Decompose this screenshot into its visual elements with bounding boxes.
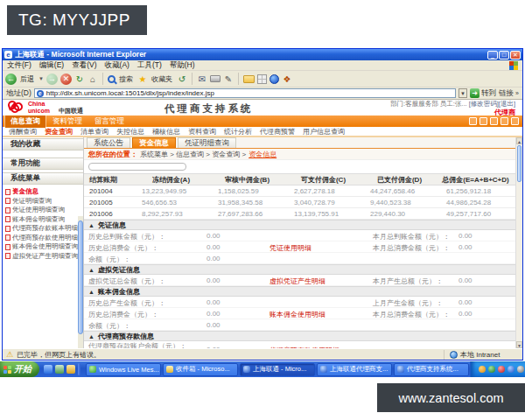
- minimize-button[interactable]: _: [487, 51, 498, 60]
- taskbar-button-live-messenger[interactable]: Windows Live Mes...: [86, 363, 161, 376]
- logout-link[interactable]: [退出]: [499, 100, 515, 108]
- tray-shield-icon[interactable]: [488, 366, 495, 373]
- print-icon[interactable]: [210, 75, 220, 82]
- tab-system-notice[interactable]: 系统公告: [87, 137, 130, 148]
- taskbar-button-shanghai-unicom[interactable]: 上海联通 - Micro...: [240, 363, 315, 376]
- messenger-icon[interactable]: [270, 74, 279, 84]
- tab-voucher-detail[interactable]: 凭证明细查询: [178, 137, 236, 148]
- nav-mini-icon[interactable]: [500, 117, 508, 125]
- sidebar-scrollbar-thumb[interactable]: [78, 220, 83, 334]
- tray-antivirus-icon[interactable]: [498, 366, 505, 373]
- forward-button-icon[interactable]: →: [46, 74, 58, 85]
- start-button[interactable]: 开始: [0, 361, 39, 377]
- quick-launch-desktop-icon[interactable]: [55, 365, 64, 374]
- col-header-period: 结算账期: [84, 175, 133, 185]
- taskbar-button-agent-support[interactable]: 上海联通代理商支...: [317, 363, 392, 376]
- address-input[interactable]: e http://dlx.sh.unicom.local:15015/dlx/j…: [34, 88, 456, 98]
- tray-update-icon[interactable]: [479, 366, 486, 373]
- nav-mini-icon[interactable]: [480, 117, 487, 125]
- nav-mini-icon[interactable]: [469, 117, 477, 125]
- favorites-star-icon[interactable]: ★: [137, 74, 148, 84]
- menu-favorites[interactable]: 收藏(A): [105, 60, 130, 71]
- sidebar-header-common[interactable]: 常用功能: [3, 158, 83, 170]
- voucher-usage-detail-link[interactable]: 凭证使用明细: [270, 243, 312, 253]
- close-button[interactable]: ✕: [510, 51, 521, 60]
- main-scrollbar-thumb[interactable]: [517, 145, 522, 182]
- sidebar-header-favorites[interactable]: 我的收藏: [3, 138, 83, 150]
- subnav-stats[interactable]: 统计分析: [224, 127, 252, 136]
- tab-funds-info[interactable]: 资金信息: [132, 137, 176, 148]
- subnav-item-4[interactable]: 失控信息: [116, 127, 144, 136]
- tray-volume-icon[interactable]: [517, 366, 524, 373]
- taskbar-button-inbox[interactable]: 收件箱 - Microso...: [163, 363, 238, 376]
- scroll-up-arrow-icon[interactable]: ▲: [516, 137, 522, 144]
- sidebar-item-prepay-ledger[interactable]: 代理商预存款账本明细查询: [5, 224, 83, 234]
- quick-launch-media-icon[interactable]: [66, 365, 75, 374]
- nav-tab-message-mgmt[interactable]: 留言管理: [89, 116, 130, 128]
- quick-launch-ie-icon[interactable]: [44, 365, 52, 374]
- sidebar-item-prepay-usage[interactable]: 代理商预存款使用明细查询: [5, 234, 83, 243]
- subnav-item-5[interactable]: 稽核信息: [152, 127, 180, 136]
- section-header-voucher[interactable]: ▲ 凭证信息: [84, 220, 515, 230]
- field-label: 虚拟凭证总金额（元）：: [88, 276, 165, 286]
- folder-icon[interactable]: [243, 75, 255, 83]
- section-header-prepay[interactable]: ▲ 代理商预存款信息: [84, 331, 515, 341]
- grid-view-icon[interactable]: [257, 74, 267, 84]
- mail-icon[interactable]: ✉: [197, 74, 207, 84]
- subnav-agent-alert[interactable]: 代理商预警: [260, 127, 295, 136]
- sidebar-item-ledger-usage[interactable]: 账本佣金使用明细查询: [5, 242, 83, 252]
- field-label: 代理商预存款账户余额（元）：: [88, 342, 192, 348]
- subnav-funds-query[interactable]: 资金查询: [45, 127, 73, 136]
- scroll-down-arrow-icon[interactable]: ▼: [516, 341, 522, 348]
- cell-total: 61,256,912.18: [438, 187, 514, 195]
- refresh-button-icon[interactable]: ↻: [74, 74, 85, 84]
- menu-view[interactable]: 查看(V): [72, 60, 96, 71]
- subnav-user-info-query[interactable]: 用户信息查询: [303, 127, 345, 136]
- home-button-icon[interactable]: ⌂: [88, 74, 98, 84]
- sidebar-header-system-menu[interactable]: 系统菜单: [3, 172, 83, 185]
- sidebar-item-funds-info[interactable]: 资金信息: [5, 187, 83, 197]
- back-button-label[interactable]: 后退: [20, 74, 34, 84]
- go-button[interactable]: ➜ 转到: [470, 88, 496, 99]
- subnav-list-query[interactable]: 清单查询: [80, 127, 108, 136]
- section-header-ledger[interactable]: ▲ 账本佣金信息: [84, 286, 515, 297]
- back-button-icon[interactable]: ←: [5, 74, 17, 85]
- sidebar-item-virtual-voucher[interactable]: 虚拟凭证产生明细查询: [5, 252, 83, 262]
- sidebar-item-voucher-usage[interactable]: 凭证使用明细查询: [5, 206, 83, 215]
- ledger-usage-detail-link[interactable]: 账本佣金使用明细: [270, 310, 326, 319]
- menu-edit[interactable]: 编辑(E): [39, 60, 64, 71]
- change-password-link[interactable]: [修改密码]: [469, 100, 499, 108]
- search-button-label[interactable]: 搜索: [119, 74, 133, 84]
- cell-payable: 2,627,278.18: [285, 187, 361, 195]
- sidebar-item-label: 凭证使用明细查询: [12, 206, 65, 214]
- subnav-data-query[interactable]: 资料查询: [188, 127, 216, 136]
- main-scrollbar[interactable]: ▲ ▼: [515, 137, 522, 348]
- search-icon[interactable]: [108, 75, 116, 83]
- nav-tab-info-query[interactable]: 信息查询: [5, 116, 46, 128]
- title-bar[interactable]: e 上海联通 - Microsoft Internet Explorer _ □…: [3, 49, 522, 60]
- section-header-virtual-voucher[interactable]: ▲ 虚拟凭证信息: [84, 264, 515, 275]
- tray-network-icon[interactable]: [508, 366, 514, 373]
- links-label[interactable]: 链接 »: [499, 88, 519, 99]
- history-icon[interactable]: ↺: [177, 74, 187, 84]
- favorites-button-label[interactable]: 收藏夹: [151, 74, 172, 84]
- virtual-voucher-detail-link[interactable]: 虚拟凭证产生明细: [270, 276, 326, 286]
- menu-tools[interactable]: 工具(T): [137, 60, 162, 71]
- nav-mini-icon[interactable]: [511, 117, 519, 125]
- menu-help[interactable]: 帮助(H): [170, 60, 195, 71]
- address-dropdown-icon[interactable]: ▼: [458, 88, 467, 98]
- maximize-button[interactable]: □: [499, 51, 509, 60]
- col-header-total: 总佣金(E=A+B+C+D): [438, 175, 514, 185]
- sidebar-scrollbar[interactable]: [78, 216, 83, 348]
- discuss-icon[interactable]: ❖: [282, 74, 292, 84]
- taskbar-button-agent-system[interactable]: 代理商支持系统...: [394, 363, 469, 376]
- subnav-commission-query[interactable]: 佣酬查询: [9, 127, 37, 136]
- menu-file[interactable]: 文件(F): [7, 60, 32, 71]
- sidebar-item-voucher-detail[interactable]: 凭证明细查询: [5, 197, 83, 206]
- edit-icon[interactable]: ✎: [223, 74, 234, 84]
- back-dropdown-icon[interactable]: ▼: [38, 76, 44, 81]
- nav-mini-icon[interactable]: [490, 117, 498, 125]
- sidebar-item-ledger-detail[interactable]: 账本佣金明细查询: [5, 215, 83, 225]
- nav-tab-data-mgmt[interactable]: 资料管理: [47, 116, 88, 128]
- stop-button-icon[interactable]: ✕: [60, 74, 72, 85]
